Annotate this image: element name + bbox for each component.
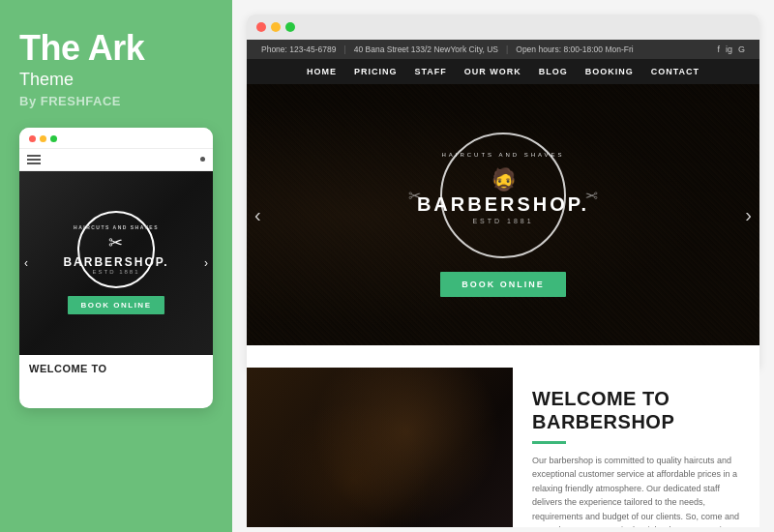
- browser-window: Phone: 123-45-6789 | 40 Bana Street 133/…: [247, 15, 759, 368]
- mobile-hamburger-icon: [27, 155, 41, 164]
- hero-scissors-left-icon: ✂: [408, 187, 421, 205]
- mobile-nav-dot-icon: [200, 157, 205, 162]
- sep2: |: [506, 44, 508, 54]
- hero-next-arrow[interactable]: ›: [745, 204, 752, 226]
- mobile-hero-section: ‹ HAIRCUTS AND SHAVES ✂ BARBERSHOP. ESTD…: [19, 171, 213, 355]
- mobile-window-controls: [19, 128, 213, 149]
- mobile-hero-content: HAIRCUTS AND SHAVES ✂ BARBERSHOP. ESTD 1…: [68, 211, 165, 314]
- website-nav: HOME PRICING STAFF OUR WORK BLOG BOOKING…: [247, 59, 759, 84]
- hero-book-button[interactable]: BOOK ONLINE: [440, 272, 566, 297]
- social-icons: f ig G: [717, 44, 745, 54]
- mobile-dot-red: [29, 135, 36, 142]
- website-contact-info: Phone: 123-45-6789 | 40 Bana Street 133/…: [261, 44, 634, 54]
- theme-info: The Ark Theme By FRESHFACE: [19, 29, 213, 108]
- hero-brand-name: BARBERSHOP.: [417, 194, 589, 214]
- browser-dot-yellow: [271, 22, 281, 32]
- browser-top-bar: [247, 15, 759, 40]
- mobile-welcome-text: WELCOME TO: [19, 355, 213, 382]
- nav-item-home[interactable]: HOME: [307, 67, 337, 76]
- mobile-prev-arrow[interactable]: ‹: [24, 256, 28, 270]
- website-top-info-bar: Phone: 123-45-6789 | 40 Bana Street 133/…: [247, 40, 759, 59]
- mobile-estd: ESTD 1881: [63, 269, 168, 275]
- browser-dot-green: [285, 22, 295, 32]
- welcome-title: WELCOME TO BARBERSHOP: [532, 387, 740, 433]
- mobile-preview-card: ‹ HAIRCUTS AND SHAVES ✂ BARBERSHOP. ESTD…: [19, 128, 213, 408]
- nav-item-our-work[interactable]: OUR WORK: [464, 67, 521, 76]
- facebook-icon[interactable]: f: [717, 44, 720, 54]
- nav-item-staff[interactable]: STAFF: [414, 67, 446, 76]
- mobile-book-btn[interactable]: BOOK ONLINE: [68, 296, 165, 314]
- sep1: |: [344, 44, 346, 54]
- browser-dot-red: [256, 22, 266, 32]
- welcome-description: Our barbershop is committed to quality h…: [532, 454, 740, 527]
- nav-item-booking[interactable]: BOOKING: [585, 67, 634, 76]
- bottom-welcome-text: WELCOME TO BARBERSHOP Our barbershop is …: [513, 368, 759, 527]
- mobile-dot-green: [50, 135, 57, 142]
- hero-face-icon: 🧔: [491, 167, 517, 192]
- left-panel: The Ark Theme By FRESHFACE ‹ HAIRCUTS AN…: [0, 0, 232, 532]
- mobile-next-arrow[interactable]: ›: [204, 256, 208, 270]
- mobile-nav-bar: [19, 149, 213, 171]
- hero-content: HAIRCUTS AND SHAVES 🧔 BARBERSHOP. ESTD 1…: [440, 133, 566, 297]
- bottom-barber-image: [247, 368, 513, 527]
- hero-scissors-right-icon: ✂: [585, 187, 598, 205]
- phone-text: Phone: 123-45-6789: [261, 44, 337, 54]
- welcome-divider: [532, 441, 566, 444]
- website-hero-section: ‹ HAIRCUTS AND SHAVES 🧔 BARBERSHOP. ESTD…: [247, 84, 759, 345]
- hero-logo-ring: HAIRCUTS AND SHAVES 🧔 BARBERSHOP. ESTD 1…: [440, 133, 566, 258]
- bottom-section: WELCOME TO BARBERSHOP Our barbershop is …: [247, 368, 759, 527]
- instagram-icon[interactable]: ig: [726, 44, 732, 54]
- bottom-image-overlay: [247, 368, 513, 527]
- theme-subtitle: Theme: [19, 70, 213, 90]
- google-icon[interactable]: G: [738, 44, 745, 54]
- mobile-brand-name: BARBERSHOP.: [63, 255, 168, 269]
- bottom-image-inner: [247, 368, 513, 527]
- right-panel: Phone: 123-45-6789 | 40 Bana Street 133/…: [232, 0, 774, 532]
- mobile-face-icon: ✂: [63, 232, 168, 253]
- address-text: 40 Bana Street 133/2 NewYork City, US: [354, 44, 498, 54]
- mobile-dot-yellow: [40, 135, 46, 142]
- theme-by: By FRESHFACE: [19, 94, 213, 108]
- hours-text: Open hours: 8:00-18:00 Mon-Fri: [516, 44, 633, 54]
- theme-title: The Ark: [19, 29, 213, 68]
- hero-prev-arrow[interactable]: ‹: [254, 204, 261, 226]
- welcome-title-line1: WELCOME TO: [532, 388, 670, 409]
- mobile-logo-circle: HAIRCUTS AND SHAVES ✂ BARBERSHOP. ESTD 1…: [77, 211, 155, 288]
- nav-item-contact[interactable]: CONTACT: [651, 67, 700, 76]
- hero-estd: ESTD 1881: [472, 218, 533, 224]
- mobile-tagline: HAIRCUTS AND SHAVES: [63, 224, 168, 230]
- hero-tagline-arc: HAIRCUTS AND SHAVES: [441, 152, 564, 158]
- nav-item-blog[interactable]: BLOG: [539, 67, 568, 76]
- welcome-title-line2: BARBERSHOP: [532, 411, 674, 432]
- nav-item-pricing[interactable]: PRICING: [354, 67, 398, 76]
